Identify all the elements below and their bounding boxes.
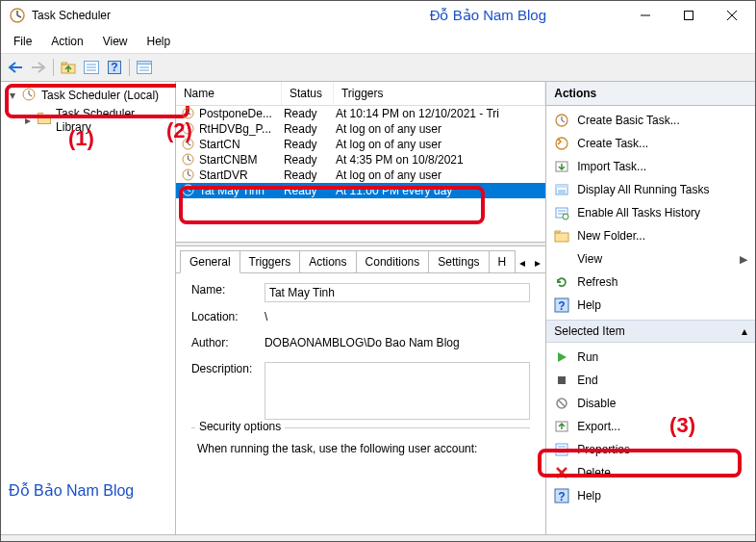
task-trigger: At 11:00 PM every day [334, 184, 545, 197]
action-help[interactable]: ?Help [546, 484, 755, 507]
svg-text:?: ? [111, 61, 117, 74]
svg-line-42 [562, 120, 565, 122]
tab-scroll-left[interactable]: ◂ [515, 253, 530, 272]
task-status: Ready [282, 138, 334, 151]
view-icon [554, 251, 569, 267]
task-name: PostponeDe... [199, 107, 272, 120]
tab-general[interactable]: General [180, 250, 240, 273]
task-icon [182, 168, 195, 182]
task-name: RtHDVBg_P... [199, 122, 271, 136]
folder-icon [38, 113, 52, 128]
refresh-icon [554, 274, 569, 290]
task-status: Ready [282, 153, 334, 167]
svg-rect-46 [556, 185, 567, 188]
action-end[interactable]: End [546, 369, 755, 392]
maximize-button[interactable] [667, 2, 710, 30]
col-status[interactable]: Status [282, 82, 334, 105]
close-button[interactable] [710, 2, 753, 30]
task-trigger: At log on of any user [334, 168, 545, 182]
annotation-num-2: (2) [166, 118, 192, 143]
field-name[interactable]: Tat May Tinh [265, 283, 530, 302]
action-help[interactable]: ?Help [546, 294, 755, 317]
action-label: Export... [577, 420, 620, 433]
help-icon: ? [554, 488, 569, 503]
action-label: Refresh [577, 275, 617, 289]
task-name: StartDVR [199, 168, 248, 182]
label-author: Author: [191, 336, 265, 349]
action-refresh[interactable]: Refresh [546, 271, 755, 294]
col-name[interactable]: Name [176, 82, 282, 105]
tab-conditions[interactable]: Conditions [356, 250, 430, 272]
action-create-basic[interactable]: Create Basic Task... [546, 109, 755, 132]
tree-root-label: Task Scheduler (Local) [41, 89, 159, 102]
menu-view[interactable]: View [94, 32, 137, 51]
help-button[interactable]: ? [104, 57, 125, 78]
task-name: StartCNBM [199, 153, 258, 167]
label-location: Location: [191, 310, 265, 323]
task-row[interactable]: PostponeDe...ReadyAt 10:14 PM on 12/10/2… [176, 106, 545, 121]
menu-action[interactable]: Action [42, 32, 91, 51]
nav-forward-button[interactable] [28, 57, 49, 78]
tab-actions[interactable]: Actions [299, 250, 356, 272]
nav-back-button[interactable] [5, 57, 26, 78]
action-label: Help [577, 298, 601, 312]
field-description[interactable] [265, 362, 530, 420]
run-icon [554, 349, 569, 365]
tab-settings[interactable]: Settings [428, 250, 489, 272]
svg-rect-56 [558, 376, 566, 384]
task-row[interactable]: RtHDVBg_P...ReadyAt log on of any user [176, 121, 545, 137]
action-label: Create Task... [577, 137, 648, 150]
tree-root[interactable]: ▾ Task Scheduler (Local) [1, 86, 175, 105]
svg-line-24 [188, 114, 190, 116]
tree-pane: ▾ Task Scheduler (Local) ▸ Task Schedule… [1, 82, 176, 534]
properties-icon [554, 442, 569, 457]
svg-text:?: ? [559, 490, 566, 503]
tab-scroll-right[interactable]: ▸ [530, 253, 545, 272]
action-label: Properties [577, 443, 630, 456]
selected-item-header[interactable]: Selected Item ▴ [546, 320, 755, 343]
svg-rect-15 [138, 62, 152, 65]
clock-icon [22, 88, 38, 103]
brand-title: Đỗ Bảo Nam Blog [430, 7, 546, 24]
task-name: Tat May Tinh [199, 184, 265, 197]
expand-icon[interactable]: ▸ [22, 114, 34, 127]
folder-up-button[interactable] [58, 57, 79, 78]
view-details-button[interactable] [134, 57, 155, 78]
view-list-button[interactable] [81, 57, 102, 78]
selected-item-label: Selected Item [554, 324, 624, 338]
menu-file[interactable]: File [5, 32, 40, 51]
task-list-header: Name Status Triggers [176, 82, 545, 106]
security-options-label: Security options [195, 420, 285, 433]
action-disable[interactable]: Disable [546, 392, 755, 415]
action-label: Display All Running Tasks [577, 183, 709, 196]
col-triggers[interactable]: Triggers [334, 82, 545, 105]
minimize-button[interactable] [623, 2, 667, 30]
action-view[interactable]: View▶ [546, 247, 755, 271]
action-running[interactable]: Display All Running Tasks [546, 178, 755, 201]
tab-triggers[interactable]: Triggers [239, 250, 301, 272]
expand-icon[interactable]: ▾ [7, 89, 18, 102]
action-properties[interactable]: Properties [546, 438, 755, 461]
action-folder[interactable]: New Folder... [546, 224, 755, 247]
task-row[interactable]: StartDVRReadyAt log on of any user [176, 168, 545, 183]
field-location: \ [265, 310, 530, 328]
action-label: Run [577, 350, 598, 364]
folder-icon [554, 228, 569, 244]
action-history[interactable]: Enable All Tasks History [546, 201, 755, 224]
action-label: Create Basic Task... [577, 114, 680, 127]
tab-history[interactable]: H [489, 250, 517, 272]
detail-tabs: General Triggers Actions Conditions Sett… [176, 246, 545, 273]
action-label: Disable [577, 397, 616, 410]
action-import[interactable]: Import Task... [546, 155, 755, 178]
task-row[interactable]: StartCNBMReadyAt 4:35 PM on 10/8/2021 [176, 152, 545, 168]
task-status: Ready [282, 122, 334, 136]
action-delete[interactable]: Delete [546, 461, 755, 484]
task-row[interactable]: Tat May TinhReadyAt 11:00 PM every day [176, 183, 545, 198]
action-run[interactable]: Run [546, 346, 755, 369]
disable-icon [554, 396, 569, 411]
task-row[interactable]: StartCNReadyAt log on of any user [176, 137, 545, 152]
menu-help[interactable]: Help [139, 32, 180, 51]
svg-text:?: ? [559, 299, 566, 313]
action-export[interactable]: Export... [546, 415, 755, 438]
action-create-task[interactable]: Create Task... [546, 132, 755, 155]
